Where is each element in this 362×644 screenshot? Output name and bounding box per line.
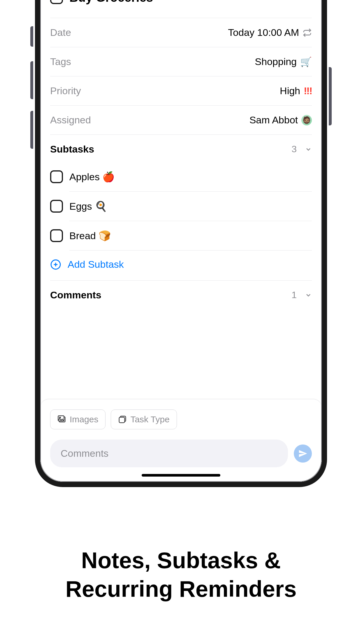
promo-line-2: Recurring Reminders <box>17 575 345 603</box>
plus-circle-icon <box>50 259 61 270</box>
subtask-item[interactable]: Eggs 🍳 <box>50 192 312 221</box>
chevron-down-icon <box>305 292 312 299</box>
priority-marks-icon: !!! <box>304 85 312 97</box>
volume-up-button <box>30 61 33 99</box>
assigned-value: Sam Abbot 🧔🏽 <box>249 114 312 126</box>
add-subtask-button[interactable]: Add Subtask <box>50 251 312 280</box>
app-content: Buy Groceries Date Today 10:00 AM Tags S… <box>40 0 322 482</box>
avatar: 🧔🏽 <box>301 115 312 125</box>
date-row[interactable]: Date Today 10:00 AM <box>50 18 312 47</box>
subtask-checkbox[interactable] <box>50 170 63 183</box>
subtask-item[interactable]: Apples 🍎 <box>50 162 312 191</box>
subtasks-header-right: 3 <box>291 144 312 155</box>
task-type-chip[interactable]: Task Type <box>111 410 177 429</box>
svg-point-5 <box>59 417 61 418</box>
comments-count: 1 <box>291 290 297 300</box>
chip-row: Images Task Type <box>50 410 312 429</box>
phone-frame: Buy Groceries Date Today 10:00 AM Tags S… <box>35 0 327 487</box>
power-button <box>329 67 332 125</box>
tags-value: Shopping 🛒 <box>255 56 312 67</box>
volume-down-button <box>30 111 33 149</box>
subtask-text: Bread 🍞 <box>69 230 111 242</box>
priority-value: High !!! <box>280 85 312 97</box>
send-button[interactable] <box>294 444 312 463</box>
tags-row[interactable]: Tags Shopping 🛒 <box>50 47 312 76</box>
comments-header[interactable]: Comments 1 <box>50 281 312 305</box>
subtasks-count: 3 <box>291 144 297 155</box>
bottom-panel: Images Task Type <box>40 399 322 482</box>
priority-row[interactable]: Priority High !!! <box>50 76 312 105</box>
task-type-icon <box>118 415 127 424</box>
priority-label: Priority <box>50 85 81 97</box>
promo-text: Notes, Subtasks & Recurring Reminders <box>0 546 362 603</box>
repeat-icon <box>303 28 312 37</box>
comment-input[interactable] <box>50 440 288 467</box>
comments-title: Comments <box>50 289 101 301</box>
tags-text: Shopping <box>255 56 297 67</box>
date-label: Date <box>50 27 71 38</box>
subtask-text: Eggs 🍳 <box>69 200 107 212</box>
images-chip[interactable]: Images <box>50 410 106 429</box>
comments-header-right: 1 <box>291 290 312 300</box>
promo-line-1: Notes, Subtasks & <box>17 546 345 575</box>
volume-mute-button <box>30 26 33 47</box>
home-indicator[interactable] <box>142 474 220 477</box>
task-header: Buy Groceries <box>50 0 312 18</box>
subtask-checkbox[interactable] <box>50 200 63 213</box>
task-checkbox[interactable] <box>50 0 63 4</box>
subtask-item[interactable]: Bread 🍞 <box>50 221 312 250</box>
add-subtask-label: Add Subtask <box>68 259 124 270</box>
assigned-row[interactable]: Assigned Sam Abbot 🧔🏽 <box>50 105 312 134</box>
shopping-cart-icon: 🛒 <box>300 56 312 67</box>
date-text: Today 10:00 AM <box>228 27 299 38</box>
svg-rect-7 <box>119 417 125 423</box>
send-icon <box>298 449 307 458</box>
subtask-checkbox[interactable] <box>50 229 63 242</box>
comments-section: Comments 1 <box>50 280 312 305</box>
date-value: Today 10:00 AM <box>228 27 312 38</box>
images-chip-label: Images <box>70 414 98 424</box>
images-icon <box>57 415 66 424</box>
chevron-down-icon <box>305 146 312 153</box>
priority-text: High <box>280 85 300 97</box>
avatar-emoji: 🧔🏽 <box>302 116 311 124</box>
subtasks-header[interactable]: Subtasks 3 <box>50 134 312 159</box>
assigned-label: Assigned <box>50 114 91 126</box>
subtask-list: Apples 🍎 Eggs 🍳 Bread 🍞 Add Subtask <box>50 159 312 280</box>
task-type-chip-label: Task Type <box>130 414 170 424</box>
subtasks-title: Subtasks <box>50 144 94 155</box>
tags-label: Tags <box>50 56 71 67</box>
assigned-text: Sam Abbot <box>249 114 298 126</box>
comment-input-row <box>50 440 312 467</box>
task-title[interactable]: Buy Groceries <box>69 0 153 5</box>
subtask-text: Apples 🍎 <box>69 171 115 183</box>
